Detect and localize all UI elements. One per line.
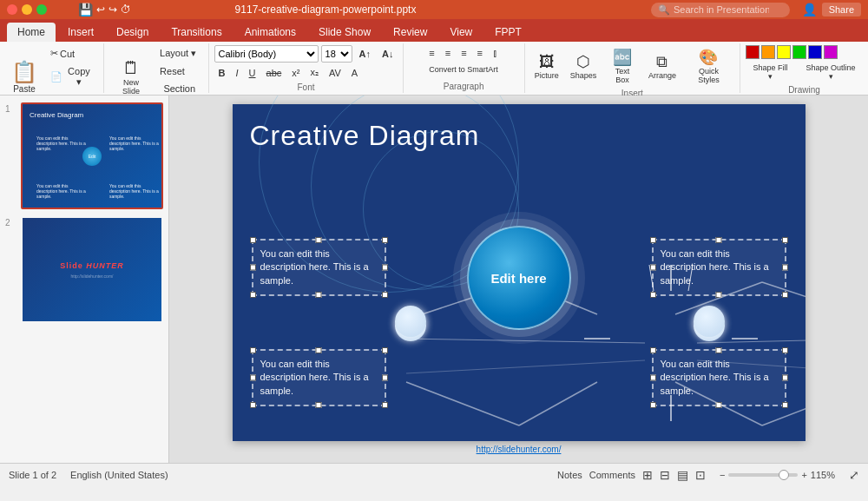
handle-mr-3[interactable] [382,374,388,380]
handle-tr-1[interactable] [382,237,388,243]
handle-ml-4[interactable] [650,374,656,380]
handle-tr-3[interactable] [382,347,388,353]
layout-button[interactable]: Layout ▾ [155,45,203,62]
handle-tl-4[interactable] [650,347,656,353]
handle-tr-4[interactable] [782,347,788,353]
handle-br-1[interactable] [382,292,388,298]
zoom-in-icon[interactable]: + [801,470,806,480]
slide-image-2[interactable]: Slide HUNTER http://slidehunter.com/ [21,216,163,323]
superscript-button[interactable]: x² [287,65,304,81]
color-swatch-yellow[interactable] [777,45,791,59]
tab-review[interactable]: Review [383,23,437,42]
view-reading-icon[interactable]: ▤ [677,468,688,482]
decrease-font-button[interactable]: A↓ [378,46,398,62]
handle-bl-2[interactable] [650,292,656,298]
columns-button[interactable]: ⫿ [489,45,503,61]
color-swatch-red[interactable] [746,45,760,59]
minimize-button[interactable] [22,4,32,15]
handle-tl-3[interactable] [250,347,256,353]
view-presenter-icon[interactable]: ⊡ [695,468,706,482]
color-swatch-blue[interactable] [808,45,822,59]
handle-br-3[interactable] [382,402,388,408]
handle-ml-1[interactable] [250,265,256,271]
handle-br-4[interactable] [782,402,788,408]
subscript-button[interactable]: x₂ [306,64,323,81]
color-swatch-green[interactable] [792,45,806,59]
tab-design[interactable]: Design [106,23,159,42]
satellite-circle-bl[interactable] [395,306,426,337]
undo-icon[interactable]: ↩ [96,3,105,16]
copy-button[interactable]: 📄 Copy ▾ [46,63,98,90]
reset-button[interactable]: Reset [155,63,203,79]
zoom-thumb[interactable] [779,470,789,480]
increase-font-button[interactable]: A↑ [355,46,375,62]
slide-url[interactable]: http://slidehunter.com/ [477,445,562,454]
desc-box-br[interactable]: You can edit this description here. This… [652,349,786,406]
align-right-button[interactable]: ≡ [457,45,470,61]
cut-button[interactable]: ✂ Cut [46,45,98,62]
char-spacing-button[interactable]: AV [325,65,345,81]
textbox-button[interactable]: 🔤 Text Box [603,45,641,87]
center-circle[interactable]: Edit here [467,226,571,330]
handle-bm-3[interactable] [316,402,322,408]
handle-tl-1[interactable] [250,237,256,243]
maximize-button[interactable] [36,4,47,15]
arrange-button[interactable]: ⧉ Arrange [644,50,681,82]
handle-tm-4[interactable] [716,347,722,353]
font-color-button[interactable]: A [347,65,362,81]
shape-fill-button[interactable]: Shape Fill ▾ [746,61,795,83]
paste-button[interactable]: 📋 Paste [5,57,43,96]
tab-slideshow[interactable]: Slide Show [308,23,381,42]
align-left-button[interactable]: ≡ [424,45,438,61]
font-size-select[interactable]: 18 [321,45,352,63]
close-button[interactable] [7,4,17,15]
comments-button[interactable]: Comments [589,470,635,480]
zoom-slider[interactable] [728,473,798,477]
handle-ml-3[interactable] [250,374,256,380]
search-input[interactable] [674,4,769,15]
strikethrough-button[interactable]: abc [262,65,286,81]
font-family-select[interactable]: Calibri (Body) [214,45,319,63]
handle-tm-3[interactable] [316,347,322,353]
handle-mr-2[interactable] [782,265,788,271]
handle-mr-1[interactable] [382,265,388,271]
desc-box-tl[interactable]: You can edit this description here. This… [252,239,386,296]
underline-button[interactable]: U [245,65,260,81]
tab-view[interactable]: View [439,23,483,42]
shape-outline-button[interactable]: Shape Outline ▾ [799,61,863,83]
handle-bm-1[interactable] [316,292,322,298]
view-normal-icon[interactable]: ⊞ [642,468,653,482]
zoom-out-icon[interactable]: − [720,470,725,480]
notes-button[interactable]: Notes [557,470,582,480]
slide-thumb-1[interactable]: 1 Creative Diagram Edit You can edit thi… [5,102,163,209]
new-slide-button[interactable]: 🗒 New Slide [109,56,153,98]
justify-button[interactable]: ≡ [473,45,487,61]
shapes-button[interactable]: ⬡ Shapes [566,49,602,82]
tab-fppt[interactable]: FPPT [484,23,532,42]
slide-canvas[interactable]: Creative Diagram [233,104,806,441]
tab-insert[interactable]: Insert [57,23,104,42]
slide-image-1[interactable]: Creative Diagram Edit You can edit thisd… [21,102,163,209]
slide-thumb-2[interactable]: 2 Slide HUNTER http://slidehunter.com/ [5,216,163,323]
quick-styles-button[interactable]: 🎨 Quick Styles [683,45,734,87]
desc-box-bl[interactable]: You can edit this description here. This… [252,349,386,406]
picture-button[interactable]: 🖼 Picture [530,50,563,82]
convert-smartart-button[interactable]: Convert to SmartArt [424,63,503,76]
share-button[interactable]: Share [822,3,861,16]
handle-tr-2[interactable] [782,237,788,243]
satellite-circle-br[interactable] [694,306,725,337]
fit-window-icon[interactable]: ⤢ [849,468,859,482]
view-slide-sorter-icon[interactable]: ⊟ [660,468,670,482]
align-center-button[interactable]: ≡ [441,45,455,61]
handle-tm-2[interactable] [716,237,722,243]
handle-tm-1[interactable] [316,237,322,243]
tab-animations[interactable]: Animations [234,23,306,42]
handle-tl-2[interactable] [650,237,656,243]
handle-bl-4[interactable] [650,402,656,408]
redo-icon[interactable]: ↪ [108,3,117,16]
bold-button[interactable]: B [214,65,230,81]
handle-bl-3[interactable] [250,402,256,408]
tab-transitions[interactable]: Transitions [161,23,232,42]
save-icon[interactable]: 💾 [78,3,93,16]
tab-home[interactable]: Home [7,23,56,42]
